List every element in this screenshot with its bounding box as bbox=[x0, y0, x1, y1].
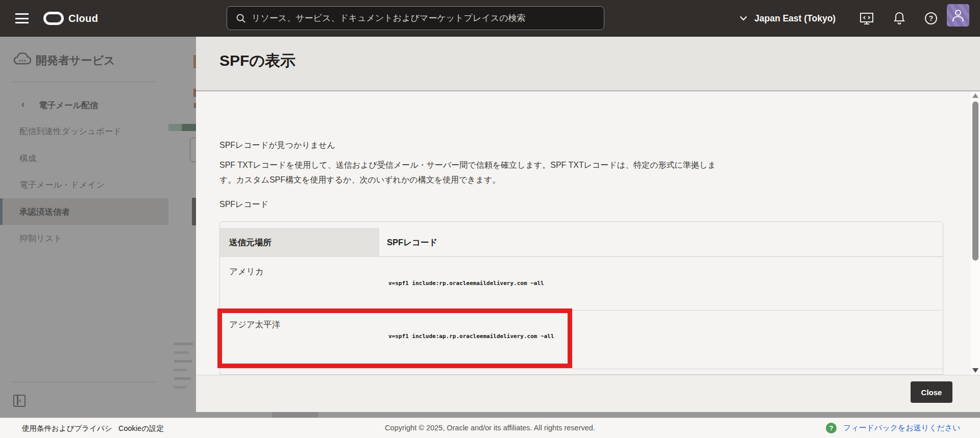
row-spf-record: v=spf1 include:rp.oracleemaildelivery.co… bbox=[388, 280, 544, 287]
column-header-spf-record: SPFレコード bbox=[387, 228, 437, 257]
scrollbar-thumb[interactable] bbox=[972, 101, 978, 261]
scroll-down-arrow-icon[interactable] bbox=[972, 368, 978, 373]
modal-header: SPFの表示 bbox=[196, 37, 980, 91]
help-icon[interactable]: ? bbox=[921, 0, 941, 37]
table-row-america: アメリカ v=spf1 include:rp.oracleemaildelive… bbox=[220, 257, 943, 311]
user-avatar[interactable] bbox=[947, 4, 969, 27]
brand-label: Cloud bbox=[68, 13, 98, 24]
notifications-bell-icon[interactable] bbox=[889, 0, 910, 37]
table-header-row: 送信元場所 SPFレコード bbox=[220, 222, 943, 257]
feedback-help-icon[interactable]: ? bbox=[826, 423, 837, 433]
person-icon bbox=[952, 9, 964, 22]
spf-records-label: SPFレコード bbox=[219, 199, 268, 210]
spf-not-found-text: SPFレコードが見つかりません bbox=[219, 140, 335, 151]
row-location: アメリカ bbox=[229, 266, 264, 277]
column-header-source-location: 送信元場所 bbox=[220, 228, 379, 257]
send-feedback-link[interactable]: フィードバックをお送りください bbox=[843, 423, 961, 433]
modal-footer: Close bbox=[196, 375, 980, 412]
chevron-down-icon[interactable] bbox=[737, 0, 749, 37]
global-search[interactable] bbox=[227, 6, 604, 30]
region-selector[interactable]: Japan East (Tokyo) bbox=[754, 0, 836, 37]
svg-text:?: ? bbox=[929, 14, 934, 22]
spf-modal: SPFの表示 SPFレコードが見つかりません SPF TXTレコードを使用して、… bbox=[196, 37, 980, 412]
modal-title: SPFの表示 bbox=[219, 50, 296, 71]
page-footer: 使用条件およびプライバシ Cookieの設定 Copyright © 2025,… bbox=[0, 418, 980, 438]
table-row-europe: ヨーロッパ v=spf1 include:eu.rp.oracleemailde… bbox=[220, 369, 943, 375]
modal-scrollbar[interactable] bbox=[971, 91, 980, 375]
spf-description: SPF TXTレコードを使用して、送信および受信メール・サーバー間で信頼を確立し… bbox=[219, 158, 730, 187]
cloud-shell-console-icon[interactable] bbox=[856, 0, 877, 37]
scroll-up-arrow-icon[interactable] bbox=[972, 93, 978, 98]
hamburger-menu-icon[interactable] bbox=[15, 13, 29, 23]
search-input[interactable] bbox=[252, 7, 599, 30]
oracle-logo[interactable] bbox=[43, 12, 64, 25]
topbar: Cloud Japan East (Tokyo) ? bbox=[0, 0, 980, 37]
modal-body: SPFレコードが見つかりません SPF TXTレコードを使用して、送信および受信… bbox=[196, 91, 971, 375]
search-icon bbox=[236, 13, 246, 23]
close-button[interactable]: Close bbox=[911, 381, 952, 403]
red-highlight-box bbox=[217, 308, 572, 368]
